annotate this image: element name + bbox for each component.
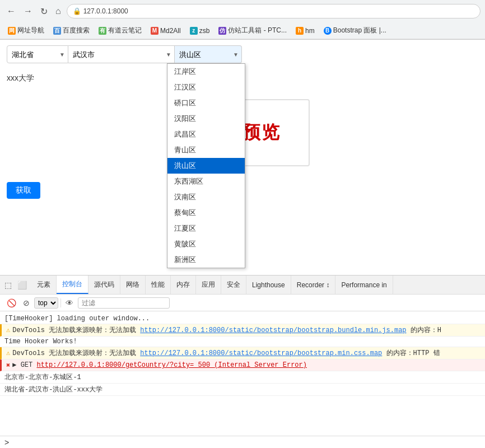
dropdown-item-jiangan[interactable]: 江岸区 xyxy=(167,64,245,80)
bookmarks-bar: 网 网址导航 百 百度搜索 有 有道云笔记 M Md2All z zsb 仿 仿… xyxy=(0,22,485,39)
console-context-select[interactable]: top xyxy=(34,297,58,309)
district-select[interactable]: 江岸区 江汉区 硚口区 汉阳区 武昌区 青山区 洪山区 东西湖区 汉南区 蔡甸区… xyxy=(175,45,242,63)
province-select-wrapper: 湖北省 北京市 上海市 ▼ xyxy=(7,45,68,63)
tab-sources[interactable]: 源代码 xyxy=(88,276,120,294)
tab-lighthouse[interactable]: Lighthouse xyxy=(246,276,291,294)
devtools: ⬚ ⬜ 元素 控制台 源代码 网络 性能 内存 应用 安全 Lighthouse… xyxy=(0,275,485,448)
back-button[interactable]: ← xyxy=(4,5,18,17)
console-line-1: [TimeHooker] loading outer window... xyxy=(0,314,485,324)
console-link-3[interactable]: http://127.0.0.1:8000/getCountry/?city= … xyxy=(36,361,306,369)
dropdown-item-huangpi[interactable]: 黄陂区 xyxy=(167,236,245,252)
bookmark-hm[interactable]: h hm xyxy=(292,26,318,36)
dropdown-item-hanyang[interactable]: 汉阳区 xyxy=(167,111,245,127)
devtools-tab-icons: ⬚ ⬜ xyxy=(0,279,31,291)
console-link-1[interactable]: http://127.0.0.1:8000/static/bootstrap/b… xyxy=(140,326,406,334)
console-output: [TimeHooker] loading outer window... ⚠ D… xyxy=(0,311,485,436)
tab-console[interactable]: 控制台 xyxy=(57,276,88,294)
bookmark-icon-zsb: z xyxy=(190,27,198,35)
bookmark-zsb[interactable]: z zsb xyxy=(186,26,213,36)
devtools-select-icon[interactable]: ⬚ xyxy=(2,279,14,291)
bookmark-icon-md2all: M xyxy=(151,27,158,35)
bookmark-icon-baidu: 百 xyxy=(53,27,61,35)
bookmark-icon-fanzhan: 仿 xyxy=(218,27,226,35)
tab-application[interactable]: 应用 xyxy=(196,276,221,294)
browser-chrome: ← → ↻ ⌂ 🔒 127.0.0.1:8000 网 网址导航 百 百度搜索 有… xyxy=(0,0,485,40)
district-select-wrapper: 江岸区 江汉区 硚口区 汉阳区 武昌区 青山区 洪山区 东西湖区 汉南区 蔡甸区… xyxy=(175,45,242,63)
console-clear-icon[interactable]: 🚫 xyxy=(4,297,18,309)
devtools-toolbar: 🚫 ⊘ top 👁 xyxy=(0,295,485,311)
console-input-row: > xyxy=(0,436,485,448)
console-line-2: ⚠ DevTools 无法加载来源映射：无法加载 http://127.0.0.… xyxy=(0,324,485,337)
bookmark-youdao[interactable]: 有 有道云笔记 xyxy=(95,25,145,36)
bookmark-fanzhan[interactable]: 仿 仿站工具箱 - PTC... xyxy=(215,25,290,36)
console-line-7: 湖北省-武汉市-洪山区-xxx大学 xyxy=(0,384,485,396)
province-select[interactable]: 湖北省 北京市 上海市 xyxy=(7,45,68,63)
warn-icon-1: ⚠ xyxy=(6,326,10,334)
console-prompt: > xyxy=(4,438,9,447)
bookmark-icon-bootstrap: B xyxy=(324,27,332,35)
console-filter-icon[interactable]: ⊘ xyxy=(21,297,32,309)
bookmark-baidu[interactable]: 百 百度搜索 xyxy=(50,25,93,36)
tab-security[interactable]: 安全 xyxy=(221,276,246,294)
devtools-tabs: ⬚ ⬜ 元素 控制台 源代码 网络 性能 内存 应用 安全 Lighthouse… xyxy=(0,276,485,295)
lock-icon: 🔒 xyxy=(73,7,81,15)
tab-network[interactable]: 网络 xyxy=(120,276,146,294)
console-line-4: ⚠ DevTools 无法加载来源映射：无法加载 http://127.0.0.… xyxy=(0,347,485,360)
page-content: 湖北省 北京市 上海市 ▼ 武汉市 宜昌市 襄阳市 ▼ 江岸区 江汉区 硚口区 … xyxy=(0,40,485,275)
tab-memory[interactable]: 内存 xyxy=(171,276,196,294)
city-select-wrapper: 武汉市 宜昌市 襄阳市 ▼ xyxy=(68,45,175,63)
tab-performance[interactable]: 性能 xyxy=(146,276,171,294)
reload-button[interactable]: ↻ xyxy=(38,5,50,18)
console-input[interactable] xyxy=(11,438,481,446)
dropdown-item-xinzhou[interactable]: 新洲区 xyxy=(167,252,245,268)
console-line-6: 北京市-北京市-东城区-1 xyxy=(0,371,485,384)
dropdown-item-jianghan[interactable]: 江汉区 xyxy=(167,80,245,95)
error-icon-1: ✖ xyxy=(6,361,10,370)
dropdown-item-hannan[interactable]: 汉南区 xyxy=(167,189,245,205)
address-bar[interactable]: 🔒 127.0.0.1:8000 xyxy=(67,4,481,18)
tab-recorder[interactable]: Recorder ↕ xyxy=(291,276,336,294)
bookmark-icon-hm: h xyxy=(296,27,304,35)
console-line-5: ✖ ▶ GET http://127.0.0.1:8000/getCountry… xyxy=(0,360,485,371)
dropdown-item-jiangxia[interactable]: 江夏区 xyxy=(167,221,245,236)
bookmark-bootstrap[interactable]: B Bootstrap 面板 |... xyxy=(320,25,390,36)
bookmark-icon-youdao: 有 xyxy=(99,27,106,35)
bookmark-wangzhi[interactable]: 网 网址导航 xyxy=(4,25,48,36)
url-text: 127.0.0.1:8000 xyxy=(83,7,128,15)
dropdown-item-hongshan[interactable]: 洪山区 xyxy=(167,158,245,174)
dropdown-item-caidian[interactable]: 蔡甸区 xyxy=(167,205,245,221)
devtools-inspect-icon[interactable]: ⬜ xyxy=(15,279,29,291)
bookmark-icon-wangzhi: 网 xyxy=(8,27,16,35)
console-line-3: Time Hooker Works! xyxy=(0,337,485,347)
tab-performance-insights[interactable]: Performance in xyxy=(335,276,393,294)
get-button[interactable]: 获取 xyxy=(7,182,40,199)
toolbar-divider xyxy=(60,298,61,307)
console-link-2[interactable]: http://127.0.0.1:8000/static/bootstrap/b… xyxy=(140,349,382,357)
tab-elements[interactable]: 元素 xyxy=(31,276,57,294)
home-button[interactable]: ⌂ xyxy=(53,5,63,17)
console-filter-input[interactable] xyxy=(78,297,170,309)
dropdown-item-qiaokou[interactable]: 硚口区 xyxy=(167,95,245,111)
warn-icon-2: ⚠ xyxy=(6,349,10,357)
nav-bar: ← → ↻ ⌂ 🔒 127.0.0.1:8000 xyxy=(0,0,485,22)
district-dropdown: 江岸区 江汉区 硚口区 汉阳区 武昌区 青山区 洪山区 东西湖区 汉南区 蔡甸区… xyxy=(167,63,245,268)
forward-button[interactable]: → xyxy=(21,5,35,17)
dropdown-item-qingshan[interactable]: 青山区 xyxy=(167,142,245,158)
city-select[interactable]: 武汉市 宜昌市 襄阳市 xyxy=(68,45,175,63)
console-eye-icon[interactable]: 👁 xyxy=(63,297,76,309)
dropdown-item-dongxihu[interactable]: 东西湖区 xyxy=(167,174,245,189)
bookmark-md2all[interactable]: M Md2All xyxy=(147,26,184,36)
dropdown-item-wuchang[interactable]: 武昌区 xyxy=(167,127,245,142)
